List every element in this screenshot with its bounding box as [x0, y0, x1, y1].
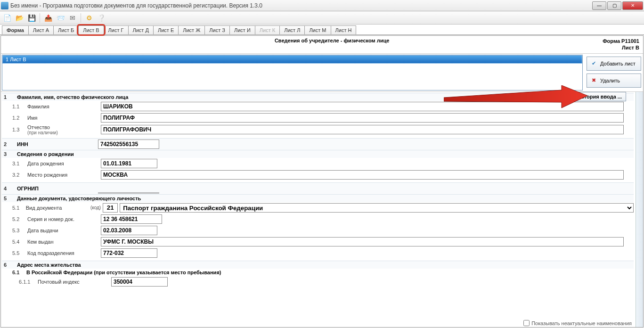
tab-l[interactable]: Лист Л — [279, 25, 305, 34]
sheet-code: Лист В — [603, 44, 639, 51]
birthplace-input[interactable] — [101, 170, 624, 180]
form-code: Форма Р11001 — [603, 38, 639, 44]
tab-form[interactable]: Форма — [2, 25, 29, 34]
close-button[interactable]: ✕ — [622, 1, 643, 10]
tab-m[interactable]: Лист М — [304, 25, 331, 34]
new-icon[interactable]: 📄 — [2, 13, 12, 23]
postcode-input[interactable] — [111, 277, 168, 287]
tab-g[interactable]: Лист Г — [104, 25, 129, 34]
add-sheet-button[interactable]: ✔ Добавить лист — [587, 57, 641, 71]
settings-icon[interactable]: ⚙ — [84, 13, 94, 23]
birthdate-input[interactable] — [101, 159, 157, 168]
envelope-icon[interactable]: ✉ — [67, 13, 78, 23]
footer-option: Показывать неактуальные наименования — [523, 320, 632, 326]
tab-z[interactable]: Лист З — [204, 25, 230, 34]
section-6-title: Адрес места жительства — [17, 262, 81, 268]
minimize-button[interactable]: — — [592, 1, 606, 10]
window-title: Без имени - Программа подготовки докумен… — [10, 2, 262, 9]
section-2-title: ИНН — [17, 141, 98, 147]
name-input[interactable] — [101, 113, 624, 123]
page-title: Сведения об учредителе - физическом лице — [61, 38, 603, 43]
tab-i[interactable]: Лист И — [229, 25, 255, 34]
mail-icon[interactable]: 📨 — [55, 13, 65, 23]
page-header: Сведения об учредителе - физическом лице… — [1, 36, 643, 54]
docseries-input[interactable] — [101, 214, 162, 224]
tab-d[interactable]: Лист Д — [128, 25, 154, 34]
divcode-input[interactable] — [101, 248, 157, 258]
tab-n[interactable]: Лист Н — [331, 25, 357, 34]
titlebar: Без имени - Программа подготовки докумен… — [0, 0, 644, 11]
label-birthplace: Место рождения — [27, 172, 98, 178]
tab-b[interactable]: Лист Б — [53, 25, 79, 34]
export-icon[interactable]: 📤 — [43, 13, 53, 23]
save-icon[interactable]: 💾 — [26, 13, 37, 23]
section-1-title: Фамилия, имя, отчество физического лица — [17, 94, 128, 100]
label-surname: Фамилия — [27, 104, 98, 109]
section-4-title: ОГРНИП — [17, 186, 98, 191]
surname-input[interactable] — [101, 102, 624, 111]
label-name: Имя — [27, 115, 98, 121]
tab-k[interactable]: Лист К — [255, 25, 280, 34]
doctype-code-input[interactable] — [103, 203, 118, 213]
tab-v[interactable]: Лист В — [78, 25, 104, 34]
delete-sheet-button[interactable]: ✖ Удалить — [587, 74, 641, 88]
list-item[interactable]: 1 Лист В — [2, 55, 582, 64]
label-divcode: Код подразделения — [27, 250, 98, 256]
ogrnip-input[interactable] — [98, 184, 159, 193]
tab-zh[interactable]: Лист Ж — [178, 25, 205, 34]
toolbar: 📄 📂 💾 📤 📨 ✉ ⚙ ❔ — [0, 11, 644, 25]
tab-e[interactable]: Лист Е — [153, 25, 179, 34]
label-postcode: Почтовый индекс — [38, 279, 108, 285]
form-area: история ввода ... 1Фамилия, имя, отчеств… — [1, 92, 636, 327]
inn-input[interactable] — [98, 139, 159, 149]
docissuer-input[interactable] — [101, 237, 624, 246]
doctype-select[interactable]: Паспорт гражданина Российской Федерации — [120, 203, 634, 213]
check-icon: ✔ — [590, 60, 597, 67]
app-icon — [1, 2, 8, 9]
show-obsolete-checkbox[interactable] — [523, 320, 530, 326]
section-5-title: Данные документа, удостоверяющего личнос… — [17, 196, 141, 201]
help-icon[interactable]: ❔ — [96, 13, 106, 23]
patronymic-input[interactable] — [101, 125, 624, 134]
section-3-title: Сведения о рождении — [17, 151, 74, 157]
label-doctype: Вид документа — [26, 205, 88, 211]
label-docdate: Дата выдачи — [27, 228, 98, 233]
label-docseries: Серия и номер док. — [27, 216, 98, 222]
sheet-list[interactable]: 1 Лист В — [2, 55, 583, 90]
maximize-button[interactable]: ▢ — [607, 1, 621, 10]
label-birthdate: Дата рождения — [27, 161, 98, 166]
section-6-1-title: В Российской Федерации (при отсутствии у… — [26, 270, 221, 275]
label-patronymic: Отчество(при наличии) — [27, 124, 98, 135]
tabs-bar: Форма Лист А Лист Б Лист В Лист Г Лист Д… — [0, 25, 644, 35]
tab-a[interactable]: Лист А — [28, 25, 54, 34]
scrollbar[interactable] — [636, 92, 643, 327]
open-icon[interactable]: 📂 — [14, 13, 24, 23]
cross-icon: ✖ — [590, 77, 597, 84]
label-docissuer: Кем выдан — [27, 239, 98, 245]
docdate-input[interactable] — [101, 226, 157, 235]
history-button[interactable]: история ввода ... — [574, 92, 626, 101]
